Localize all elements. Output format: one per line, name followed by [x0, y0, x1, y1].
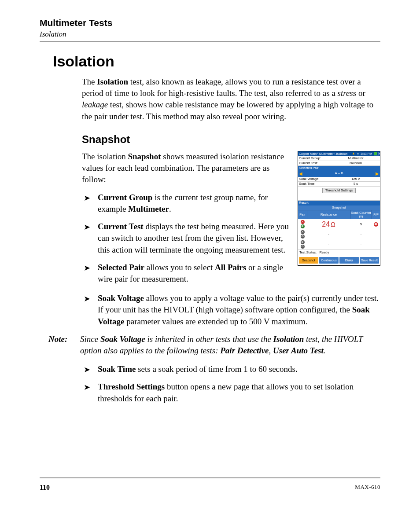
resistance-unit: Ω: [331, 221, 335, 228]
bullet-threshold-settings: Threshold Settings button opens a new pa…: [82, 381, 380, 404]
section-heading: Isolation: [53, 53, 380, 70]
bullet-soak-voltage: Soak Voltage allows you to apply a volta…: [82, 293, 380, 327]
label-selected-pair: Selected Pair:: [298, 166, 380, 170]
fail-icon: ✖: [374, 222, 378, 227]
pair-bg-icon: BG: [298, 240, 307, 249]
table-row: AB 24 Ω 5 ✖: [298, 219, 380, 229]
row-current-test: Current Test: Isolation: [298, 161, 380, 166]
resistance-value: 24: [322, 220, 330, 228]
value-soak-voltage[interactable]: 125 V: [332, 177, 380, 181]
status-label: Test Status:: [299, 250, 317, 254]
footer-rule: [40, 477, 380, 478]
warning-icon: ▲: [352, 152, 355, 156]
value-current-group[interactable]: Multimeter: [332, 156, 380, 161]
pair-ab-icon: AB: [298, 220, 307, 228]
device-screenshot: Copper Main \ Multimeter \ Isolation ▲ ≡…: [298, 151, 380, 266]
label-soak-time: Soak Time:: [298, 182, 332, 186]
snapshot-intro: The isolation Snapshot shows measured is…: [82, 151, 291, 186]
header-rule: [40, 41, 380, 42]
breadcrumb: Copper Main \ Multimeter \ Isolation: [299, 152, 348, 156]
col-pair: Pair: [298, 210, 307, 220]
bullet-list-wrapped: Current Group is the current test group …: [82, 192, 291, 285]
row-soak-voltage: Soak Voltage: 125 V: [298, 177, 380, 182]
value-current-test[interactable]: Isolation: [332, 161, 380, 165]
tab-save-result[interactable]: Save Result: [360, 257, 379, 264]
chapter-title: Multimeter Tests: [40, 18, 380, 28]
tab-continuous[interactable]: Continuous: [319, 257, 339, 264]
bullet-soak-time: Soak Time sets a soak period of time fro…: [82, 363, 380, 375]
table-header-row: Pair Resistance Soak Counter (s) P/F: [298, 210, 380, 220]
chevron-left-icon[interactable]: ◀: [299, 172, 302, 176]
note-label: Note:: [48, 334, 80, 356]
soak-counter-value: 5: [350, 219, 372, 229]
battery-icon: [374, 152, 379, 155]
bullet-selected-pair: Selected Pair allows you to select All P…: [82, 262, 291, 285]
col-pf: P/F: [372, 210, 380, 220]
threshold-settings-button[interactable]: Threshold Settings: [322, 188, 356, 193]
chapter-header: Multimeter Tests Isolation: [40, 18, 380, 42]
label-current-test: Current Test:: [298, 161, 332, 165]
status-value: Ready: [319, 250, 329, 254]
tab-snapshot[interactable]: Snapshot: [299, 257, 318, 264]
bullet-current-group: Current Group is the current test group …: [82, 192, 291, 215]
tab-dialer[interactable]: Dialer: [339, 257, 359, 264]
subsection-heading: Snapshot: [82, 132, 380, 147]
threshold-row: Threshold Settings: [298, 187, 380, 194]
result-label: Result:: [298, 201, 380, 205]
note-body: Since Soak Voltage is inherited in other…: [80, 334, 380, 356]
intro-paragraph: The Isolation test, also known as leakag…: [82, 76, 380, 122]
selected-pair-value: A – B: [335, 172, 343, 176]
snapshot-row: The isolation Snapshot shows measured is…: [82, 151, 380, 291]
spacer: [298, 194, 380, 201]
model-number: MAX-610: [355, 484, 380, 492]
snapshot-block: Snapshot The isolation Snapshot shows me…: [82, 132, 380, 327]
row-current-group: Current Group: Multimeter: [298, 156, 380, 161]
label-soak-voltage: Soak Voltage:: [298, 177, 332, 181]
table-row: AG - -: [298, 229, 380, 239]
clock-text: 3:43 PM: [361, 152, 372, 156]
result-table: Pair Resistance Soak Counter (s) P/F AB …: [298, 210, 380, 250]
bullet-current-test: Current Test displays the test being mea…: [82, 221, 291, 256]
device-button-row: Snapshot Continuous Dialer Save Result: [298, 256, 380, 266]
signal-icon: ≡: [357, 152, 359, 156]
selected-pair-selector[interactable]: ◀ A – B ▶: [298, 171, 380, 177]
bullet-list-after-note: Soak Time sets a soak period of time fro…: [82, 363, 380, 404]
chevron-right-icon[interactable]: ▶: [376, 172, 379, 176]
device-titlebar: Copper Main \ Multimeter \ Isolation ▲ ≡…: [298, 151, 380, 156]
table-row: BG - -: [298, 239, 380, 249]
row-soak-time: Soak Time: 5 s: [298, 182, 380, 187]
post-note-block: Soak Time sets a soak period of time fro…: [82, 363, 380, 404]
pair-ag-icon: AG: [298, 230, 307, 238]
label-current-group: Current Group:: [298, 156, 332, 161]
bullet-list-full: Soak Voltage allows you to apply a volta…: [82, 293, 380, 327]
snapshot-text: The isolation Snapshot shows measured is…: [82, 151, 291, 291]
snapshot-table-title: Snapshot: [298, 205, 380, 210]
intro-block: The Isolation test, also known as leakag…: [82, 76, 380, 122]
page-footer: 110 MAX-610: [40, 484, 380, 492]
page-number: 110: [40, 484, 50, 492]
test-status-row: Test Status: Ready: [298, 250, 380, 255]
manual-page: Multimeter Tests Isolation Isolation The…: [0, 0, 420, 510]
col-resistance: Resistance: [307, 210, 350, 220]
value-soak-time[interactable]: 5 s: [332, 182, 380, 186]
col-soak-counter: Soak Counter (s): [350, 210, 372, 220]
chapter-subtitle: Isolation: [40, 30, 380, 39]
note-block: Note: Since Soak Voltage is inherited in…: [48, 334, 380, 356]
